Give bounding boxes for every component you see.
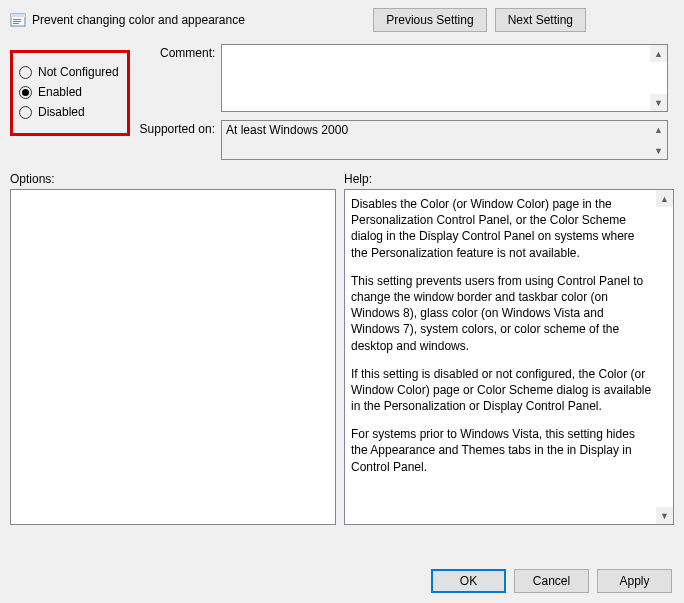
previous-setting-button[interactable]: Previous Setting xyxy=(373,8,486,32)
page-title: Prevent changing color and appearance xyxy=(32,13,245,27)
supported-box: At least Windows 2000 ▲ ▼ xyxy=(221,120,668,160)
radio-enabled[interactable]: Enabled xyxy=(19,85,121,99)
cancel-button[interactable]: Cancel xyxy=(514,569,589,593)
help-label: Help: xyxy=(344,172,674,186)
state-radio-group: Not Configured Enabled Disabled xyxy=(10,50,130,136)
policy-icon xyxy=(10,12,26,28)
next-setting-button[interactable]: Next Setting xyxy=(495,8,586,32)
svg-rect-4 xyxy=(13,23,19,24)
radio-icon xyxy=(19,106,32,119)
help-panel: Disables the Color (or Window Color) pag… xyxy=(344,189,674,525)
radio-disabled[interactable]: Disabled xyxy=(19,105,121,119)
svg-rect-2 xyxy=(13,19,21,20)
apply-button[interactable]: Apply xyxy=(597,569,672,593)
scroll-down-icon[interactable]: ▼ xyxy=(656,507,673,524)
scroll-up-icon[interactable]: ▲ xyxy=(650,45,667,62)
supported-value: At least Windows 2000 xyxy=(226,123,348,137)
ok-button[interactable]: OK xyxy=(431,569,506,593)
svg-rect-3 xyxy=(13,21,21,22)
comment-label: Comment: xyxy=(160,44,215,60)
radio-icon xyxy=(19,66,32,79)
supported-label: Supported on: xyxy=(133,120,215,136)
scroll-up-icon[interactable]: ▲ xyxy=(650,121,667,138)
scroll-down-icon[interactable]: ▼ xyxy=(650,142,667,159)
options-label: Options: xyxy=(10,172,336,186)
options-panel xyxy=(10,189,336,525)
radio-label: Enabled xyxy=(38,85,82,99)
radio-label: Disabled xyxy=(38,105,85,119)
scroll-up-icon[interactable]: ▲ xyxy=(656,190,673,207)
svg-rect-1 xyxy=(11,14,25,17)
scroll-down-icon[interactable]: ▼ xyxy=(650,94,667,111)
radio-not-configured[interactable]: Not Configured xyxy=(19,65,121,79)
help-text: Disables the Color (or Window Color) pag… xyxy=(345,190,673,493)
comment-input[interactable]: ▲ ▼ xyxy=(221,44,668,112)
radio-label: Not Configured xyxy=(38,65,119,79)
radio-icon xyxy=(19,86,32,99)
